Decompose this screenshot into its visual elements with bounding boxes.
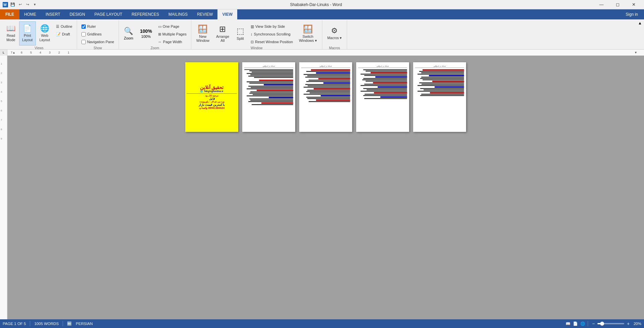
reset-window-icon: ⊡ xyxy=(251,40,254,44)
zoom-icon: 🔍 xyxy=(124,27,133,35)
p5-l6 xyxy=(423,79,464,80)
switch-windows-icon: 🪟 xyxy=(303,24,313,34)
zoom-level[interactable]: 20% xyxy=(634,322,641,326)
zoom-100-button[interactable]: 100% 100% xyxy=(137,21,155,46)
document-area[interactable]: تحقیق آنلاین Tahghighonline.ir 🌐 مرجع دا… xyxy=(7,56,644,319)
p4-r3 xyxy=(374,92,407,93)
page-3: شبکه در لینوکس xyxy=(299,62,352,132)
undo-qa-button[interactable]: ↩ xyxy=(17,1,23,8)
language-label[interactable]: PERSIAN xyxy=(76,322,93,326)
nav-pane-checkbox-label[interactable]: Navigation Pane xyxy=(79,38,117,46)
minimize-button[interactable]: — xyxy=(594,0,609,9)
synchronous-scrolling-button[interactable]: ↕ Synchronous Scrolling xyxy=(248,30,295,38)
gridlines-checkbox-label[interactable]: Gridlines xyxy=(79,30,117,38)
p4-l7 xyxy=(366,81,407,82)
p3-l3 xyxy=(307,75,350,76)
p5-l14 xyxy=(420,95,464,96)
page-count[interactable]: PAGE 1 OF 5 xyxy=(3,322,26,326)
p3-b3 xyxy=(321,95,350,96)
p5-l3 xyxy=(417,74,464,75)
word-count[interactable]: 1005 WORDS xyxy=(34,322,59,326)
customize-qa-button[interactable]: ▾ xyxy=(31,1,38,8)
tab-references[interactable]: REFERENCES xyxy=(127,9,164,19)
view-mode-read[interactable]: 📖 xyxy=(566,321,570,326)
ruler-right-marker: ▼ xyxy=(634,51,637,54)
p4-l8 xyxy=(364,84,407,85)
ruler-v-9: 9 xyxy=(1,137,2,140)
window-extras: ▥ View Side by Side ↕ Synchronous Scroll… xyxy=(248,21,295,46)
show-checkboxes: Ruler Gridlines Navigation Pane xyxy=(79,21,117,46)
gridlines-checkbox[interactable] xyxy=(81,32,86,36)
p3-l2 xyxy=(304,74,350,75)
ruler-checkbox-label[interactable]: Ruler xyxy=(79,23,117,30)
svg-text:W: W xyxy=(3,3,7,7)
draft-icon: 📝 xyxy=(56,32,61,36)
p2-l15 xyxy=(253,94,293,95)
reset-window-position-button[interactable]: ⊡ Reset Window Position xyxy=(248,38,295,46)
tab-file[interactable]: FILE xyxy=(0,9,19,19)
zoom-button[interactable]: 🔍 Zoom xyxy=(121,21,136,46)
ruler-v-8: 8 xyxy=(1,128,2,131)
read-mode-button[interactable]: 📖 ReadMode xyxy=(3,21,18,46)
tab-design[interactable]: DESIGN xyxy=(65,9,90,19)
page-1: تحقیق آنلاین Tahghighonline.ir 🌐 مرجع دا… xyxy=(185,62,238,132)
tab-view[interactable]: VIEW xyxy=(217,9,237,19)
view-mode-web[interactable]: 🌐 xyxy=(580,321,585,326)
ruler-v-7: 7 xyxy=(1,118,2,121)
p2-blue2 xyxy=(269,97,293,98)
p2-l16 xyxy=(247,95,293,96)
zoom-minus-button[interactable]: − xyxy=(591,321,596,326)
title-bar: W 💾 ↩ ↪ ▾ Shabakeh-Dar-Linuks - Word — ◻… xyxy=(0,0,644,9)
tab-home[interactable]: HOME xyxy=(19,9,41,19)
view-mode-print[interactable]: 📄 xyxy=(573,321,578,326)
save-qa-button[interactable]: 💾 xyxy=(9,1,16,8)
page-1-price-text: با کمترین قیمت بازار xyxy=(199,103,225,106)
p2-red2 xyxy=(257,90,294,91)
window-group: 🪟 NewWindow ⊞ ArrangeAll ⬚ Split ▥ View … xyxy=(191,20,322,49)
p2-l3 xyxy=(252,72,293,73)
restore-button[interactable]: ◻ xyxy=(610,0,625,9)
page-2-content: شبکه در لینوکس xyxy=(242,62,295,132)
split-button[interactable]: ⬚ Split xyxy=(233,21,248,46)
p4-l11 xyxy=(367,89,407,90)
arrange-all-button[interactable]: ⊞ ArrangeAll xyxy=(213,21,232,46)
nav-pane-checkbox[interactable] xyxy=(81,40,86,44)
view-side-by-side-button[interactable]: ▥ View Side by Side xyxy=(248,23,295,30)
p4-l3 xyxy=(361,74,407,75)
ribbon-expand[interactable]: ▲ xyxy=(637,20,643,49)
view-side-by-side-icon: ▥ xyxy=(251,24,254,29)
zoom-plus-button[interactable]: + xyxy=(626,321,631,326)
switch-windows-button[interactable]: 🪟 SwitchWindows ▾ xyxy=(296,21,320,46)
ruler-checkbox[interactable] xyxy=(81,24,86,29)
web-layout-button[interactable]: 🌐 WebLayout xyxy=(37,21,53,46)
zoom-slider[interactable] xyxy=(597,323,624,324)
page-width-button[interactable]: ↔ Page Width xyxy=(156,38,189,46)
new-window-button[interactable]: 🪟 NewWindow xyxy=(193,21,212,46)
one-page-button[interactable]: ▭ One Page xyxy=(156,23,189,30)
p2-l5 xyxy=(250,74,293,75)
page-1-ref-text: مرجع دانلـــود xyxy=(205,94,218,97)
tab-insert[interactable]: INSERT xyxy=(41,9,65,19)
outline-button[interactable]: ☰ Outline xyxy=(54,23,75,30)
window-title: Shabakeh-Dar-Linuks - Word xyxy=(38,2,594,7)
redo-qa-button[interactable]: ↪ xyxy=(24,1,31,8)
print-layout-button[interactable]: 📄 PrintLayout xyxy=(19,21,36,46)
show-content: Ruler Gridlines Navigation Pane xyxy=(79,21,117,46)
zoom-control[interactable]: − + xyxy=(591,321,631,326)
p4-l9 xyxy=(361,85,407,86)
page-5-header: شبکه در لینوکس xyxy=(415,65,464,68)
draft-button[interactable]: 📝 Draft xyxy=(54,30,75,38)
tab-page-layout[interactable]: PAGE LAYOUT xyxy=(90,9,127,19)
tab-mailings[interactable]: MAILINGS xyxy=(164,9,192,19)
p2-l17 xyxy=(249,98,293,99)
multiple-pages-button[interactable]: ⊞ Multiple Pages xyxy=(156,30,189,38)
sign-in-button[interactable]: Sign in xyxy=(622,11,641,18)
p5-l7 xyxy=(419,82,464,83)
close-button[interactable]: ✕ xyxy=(626,0,641,9)
macros-button[interactable]: ⚙ Macros ▾ xyxy=(324,21,345,46)
p2-l1 xyxy=(244,69,293,70)
p2-l2 xyxy=(249,70,293,71)
p2-l20 xyxy=(252,104,293,105)
tab-review[interactable]: REVIEW xyxy=(192,9,217,19)
p3-r1 xyxy=(311,69,350,71)
